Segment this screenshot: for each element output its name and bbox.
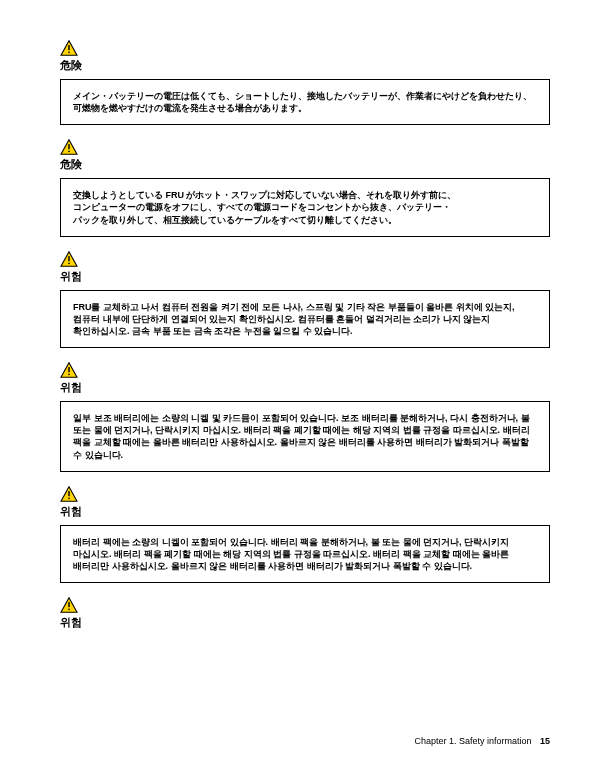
warning-block: 위험 FRU를 교체하고 나서 컴퓨터 전원을 켜기 전에 모든 나사, 스프링…: [60, 251, 550, 348]
page-footer: Chapter 1. Safety information 15: [414, 736, 550, 746]
warning-label: 危険: [60, 157, 82, 172]
svg-rect-16: [68, 602, 69, 607]
warning-box: メイン・バッテリーの電圧は低くても、ショートしたり、接地したバッテリーが、作業者…: [60, 79, 550, 125]
warning-icon: [60, 139, 78, 155]
svg-rect-13: [68, 491, 69, 496]
svg-rect-14: [68, 497, 69, 498]
warning-box: 交換しようとしている FRU がホット・スワップに対応していない場合、それを取り…: [60, 178, 550, 236]
svg-rect-11: [68, 374, 69, 375]
warning-block: 危険 交換しようとしている FRU がホット・スワップに対応していない場合、それ…: [60, 139, 550, 236]
warning-label: 위험: [60, 380, 82, 395]
warning-block: 위험: [60, 597, 550, 630]
warning-icon: [60, 486, 78, 502]
svg-rect-10: [68, 367, 69, 372]
warning-header: 위험: [60, 597, 550, 630]
warning-block: 危険 メイン・バッテリーの電圧は低くても、ショートしたり、接地したバッテリーが、…: [60, 40, 550, 125]
warning-header: 위험: [60, 251, 550, 284]
footer-page-number: 15: [540, 736, 550, 746]
warning-box: FRU를 교체하고 나서 컴퓨터 전원을 켜기 전에 모든 나사, 스프링 및 …: [60, 290, 550, 348]
svg-rect-7: [68, 256, 69, 261]
svg-rect-4: [68, 144, 69, 149]
warning-icon: [60, 251, 78, 267]
warning-label: 危険: [60, 58, 82, 73]
warning-header: 危険: [60, 40, 550, 73]
warning-icon: [60, 362, 78, 378]
svg-rect-1: [68, 45, 69, 50]
svg-rect-17: [68, 609, 69, 610]
warning-label: 위험: [60, 269, 82, 284]
page-content: 危険 メイン・バッテリーの電圧は低くても、ショートしたり、接地したバッテリーが、…: [0, 0, 600, 674]
warning-icon: [60, 597, 78, 613]
warning-box: 배터리 팩에는 소량의 니켈이 포함되어 있습니다. 배터리 팩을 분해하거나,…: [60, 525, 550, 583]
warning-label: 위험: [60, 504, 82, 519]
svg-rect-8: [68, 262, 69, 263]
svg-rect-5: [68, 151, 69, 152]
warning-label: 위험: [60, 615, 82, 630]
warning-header: 위험: [60, 486, 550, 519]
svg-rect-2: [68, 52, 69, 53]
warning-header: 위험: [60, 362, 550, 395]
warning-block: 위험 배터리 팩에는 소량의 니켈이 포함되어 있습니다. 배터리 팩을 분해하…: [60, 486, 550, 583]
warning-block: 위험 일부 보조 배터리에는 소량의 니켈 및 카드뮴이 포함되어 있습니다. …: [60, 362, 550, 472]
warning-header: 危険: [60, 139, 550, 172]
footer-chapter: Chapter 1. Safety information: [414, 736, 531, 746]
warning-box: 일부 보조 배터리에는 소량의 니켈 및 카드뮴이 포함되어 있습니다. 보조 …: [60, 401, 550, 472]
warning-icon: [60, 40, 78, 56]
